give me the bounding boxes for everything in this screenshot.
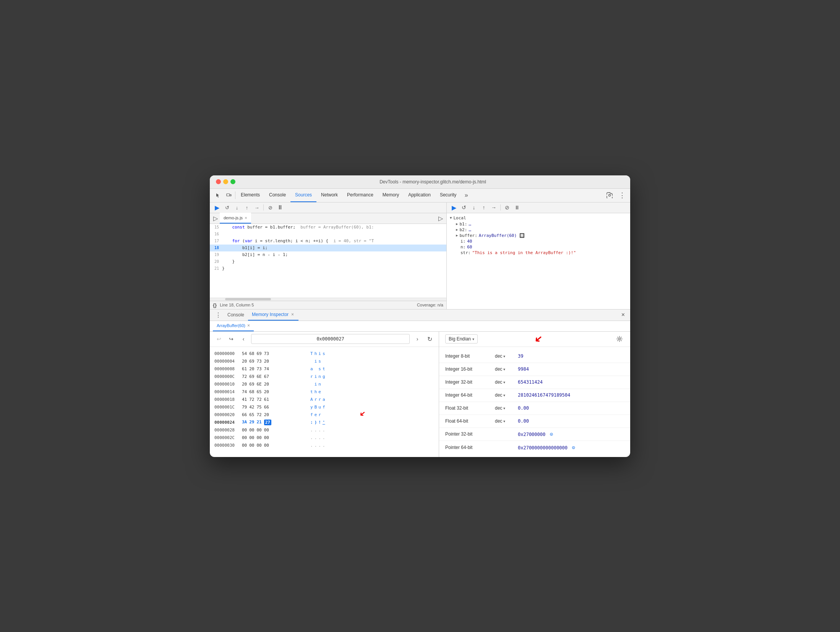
- tab-network[interactable]: Network: [316, 188, 342, 202]
- inspector-content: Integer 8-bit dec ▾ 39 Integer 16-bit: [439, 347, 630, 457]
- scope-local-header[interactable]: ▼ Local: [450, 215, 627, 221]
- settings-icon[interactable]: [604, 190, 615, 201]
- tab-memory-inspector[interactable]: Memory Inspector ×: [248, 309, 298, 321]
- scope-resume-btn[interactable]: ▶: [450, 203, 458, 212]
- hex-row-30: 00000030 00 00 00 00 . .: [214, 442, 434, 449]
- memory-inspector-close-btn[interactable]: ×: [290, 312, 295, 317]
- step-out-button[interactable]: ↑: [243, 203, 251, 212]
- tab-memory[interactable]: Memory: [378, 188, 404, 202]
- debug-toolbar: ▶ ↺ ↓ ↑ → ⊘ ⏸: [210, 203, 446, 213]
- buffer-icon[interactable]: 🔲: [519, 233, 525, 238]
- traffic-lights: [216, 179, 235, 184]
- int16-format-arrow: ▾: [503, 367, 505, 371]
- scope-step-into[interactable]: ↓: [470, 203, 478, 212]
- scope-buffer[interactable]: ▶ buffer: ArrayBuffer(60) 🔲: [450, 233, 627, 238]
- devtools-toolbar: Elements Console Sources Network Perform…: [210, 189, 630, 203]
- scope-step[interactable]: →: [490, 203, 498, 212]
- code-area: 15 const buffer = b1.buffer; buffer = Ar…: [210, 224, 446, 298]
- inspector-toolbar: Big Endian ▾ ➜: [439, 332, 630, 347]
- breakpoints-button[interactable]: ⊘: [266, 203, 274, 212]
- hex-refresh-btn[interactable]: ↻: [425, 334, 434, 344]
- selected-byte[interactable]: 27: [264, 420, 271, 425]
- hex-row-4: 00000004 20 69 73 20 i: [214, 358, 434, 365]
- inspector-float64: Float 64-bit dec ▾ 0.00: [439, 415, 630, 428]
- ptr64-value: 0x2700000000000000 ⊙: [518, 444, 624, 451]
- hex-next-btn[interactable]: ›: [413, 334, 422, 344]
- ptr32-link[interactable]: ⊙: [550, 431, 553, 437]
- inspector-settings-icon[interactable]: [615, 334, 624, 344]
- scope-b2[interactable]: ▶ b2: …: [450, 227, 627, 233]
- bottom-tab-menu[interactable]: ⋮: [213, 311, 224, 319]
- scope-pause[interactable]: ⏸: [513, 203, 521, 212]
- tab-security[interactable]: Security: [435, 188, 461, 202]
- scope-panel: ▶ ↺ ↓ ↑ → ⊘ ⏸ ▼ Local: [447, 203, 630, 309]
- tab-application[interactable]: Application: [404, 188, 435, 202]
- statusbar-format-icon[interactable]: {}: [213, 302, 217, 308]
- inspector-ptr64: Pointer 64-bit 0x2700000000000000 ⊙: [439, 441, 630, 454]
- float64-format-arrow: ▾: [503, 419, 505, 423]
- tab-console[interactable]: Console: [264, 188, 290, 202]
- sources-panel: ▶ ↺ ↓ ↑ → ⊘ ⏸ ▷ demo-js.js ×: [210, 203, 447, 309]
- scope-step-out[interactable]: ↑: [480, 203, 488, 212]
- step-into-button[interactable]: ↓: [233, 203, 241, 212]
- file-tab-overflow[interactable]: ▷: [436, 214, 445, 222]
- hex-redo-btn[interactable]: ↪: [227, 334, 236, 344]
- tab-console-bottom[interactable]: Console: [224, 309, 248, 321]
- pause-exceptions-button[interactable]: ⏸: [276, 203, 284, 212]
- scope-n: n: 60: [450, 244, 627, 250]
- code-line-16: 16: [210, 231, 446, 238]
- minimize-button[interactable]: [223, 179, 228, 184]
- int32-value: 654311424: [518, 379, 624, 385]
- memory-inspector: ArrayBuffer(60) × ↩ ↪ ‹ ›: [210, 321, 630, 457]
- file-run-icon[interactable]: ▷: [211, 214, 220, 222]
- int16-value: 9984: [518, 366, 624, 372]
- file-tab-close[interactable]: ×: [245, 216, 247, 220]
- mi-arraybuffer-tab[interactable]: ArrayBuffer(60) ×: [213, 321, 254, 332]
- hex-row-24: 00000024 3A 29 21 27 : ): [214, 419, 434, 426]
- float32-format-arrow: ▾: [503, 406, 505, 410]
- code-scrollbar[interactable]: [210, 298, 446, 301]
- more-options-icon[interactable]: ⋮: [616, 190, 627, 201]
- hex-address-input[interactable]: [251, 334, 410, 344]
- step-button[interactable]: →: [253, 203, 261, 212]
- more-tabs-icon[interactable]: »: [461, 190, 472, 201]
- mi-subtab-bar: ArrayBuffer(60) ×: [210, 321, 630, 332]
- scope-step-over[interactable]: ↺: [460, 203, 468, 212]
- tab-performance[interactable]: Performance: [342, 188, 378, 202]
- int64-format-arrow: ▾: [503, 393, 505, 397]
- hex-panel: ↩ ↪ ‹ › ↻ 00000000: [210, 332, 439, 457]
- scope-sep1: [500, 204, 501, 211]
- fullscreen-button[interactable]: [230, 179, 235, 184]
- devtools-window: DevTools - memory-inspector.glitch.me/de…: [210, 175, 630, 457]
- inspector-int16: Integer 16-bit dec ▾ 9984: [439, 363, 630, 376]
- hex-undo-btn[interactable]: ↩: [214, 334, 224, 344]
- file-tab-demo-js[interactable]: demo-js.js ×: [220, 213, 251, 224]
- mi-subtab-close[interactable]: ×: [247, 323, 250, 328]
- red-arrow-inspector: ➜: [532, 332, 546, 346]
- inspector-float32: Float 32-bit dec ▾ 0.00: [439, 402, 630, 415]
- panel-close-icon[interactable]: ×: [619, 311, 627, 318]
- scope-b1[interactable]: ▶ b1: …: [450, 221, 627, 227]
- buffer-arrow: ▶: [456, 233, 458, 237]
- code-line-17: 17 for (var i = str.length; i < n; ++i) …: [210, 238, 446, 245]
- close-button[interactable]: [216, 179, 221, 184]
- statusbar-position: Line 18, Column 5: [220, 303, 254, 307]
- hex-row-8: 00000008 61 20 73 74 a: [214, 365, 434, 373]
- tab-elements[interactable]: Elements: [236, 188, 264, 202]
- hex-row-14: 00000014 74 68 65 20 t h: [214, 388, 434, 396]
- scope-i: i: 40: [450, 238, 627, 244]
- hex-toolbar: ↩ ↪ ‹ › ↻: [210, 332, 439, 347]
- hex-row-18: 00000018 41 72 72 61 A r: [214, 396, 434, 404]
- hex-grid: 00000000 54 68 69 73 T h: [210, 347, 439, 457]
- code-scroll-thumb[interactable]: [225, 298, 271, 300]
- file-tab-label: demo-js.js: [224, 216, 243, 220]
- endian-select[interactable]: Big Endian ▾: [445, 334, 478, 344]
- scope-no-bp[interactable]: ⊘: [503, 203, 511, 212]
- step-over-button[interactable]: ↺: [223, 203, 231, 212]
- device-toggle-icon[interactable]: [224, 190, 234, 201]
- tab-sources[interactable]: Sources: [290, 188, 316, 202]
- ptr64-link[interactable]: ⊙: [572, 444, 575, 451]
- cursor-icon[interactable]: [213, 190, 224, 201]
- resume-button[interactable]: ▶: [213, 203, 221, 212]
- hex-prev-btn[interactable]: ‹: [239, 334, 248, 344]
